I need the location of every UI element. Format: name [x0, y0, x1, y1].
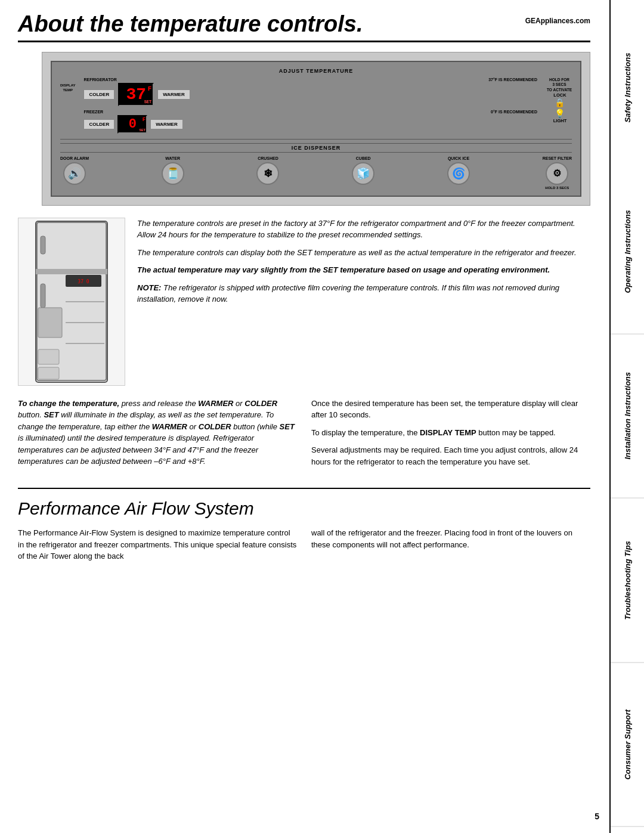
cubed-group: CUBED 🧊 — [352, 156, 374, 185]
water-group: WATER 🫙 — [162, 156, 184, 185]
water-label: WATER — [165, 156, 180, 160]
col-right-instructions: Once the desired temperature has been se… — [311, 398, 590, 474]
fridge-set-label: SET — [144, 100, 152, 104]
freezer-set-label: SET — [139, 128, 145, 132]
light-section: 💡 LIGHT — [553, 109, 567, 123]
svg-rect-4 — [41, 236, 45, 254]
body-text-content: The temperature controls are preset in t… — [137, 218, 590, 386]
svg-rect-1 — [37, 222, 106, 270]
temp-rows-wrapper: REFRIGERATOR 37°F IS RECOMMENDED COLDER … — [83, 78, 537, 135]
svg-rect-5 — [41, 284, 45, 308]
performance-section-title: Performance Air Flow System — [18, 498, 590, 519]
freezer-warmer-button[interactable]: WARMER — [150, 119, 182, 129]
control-panel: ADJUST TEMPERATURE DISPLAYTEMP REFRIGERA… — [51, 61, 581, 197]
desired-temp-para: Once the desired temperature has been se… — [311, 398, 590, 421]
content-with-image: 37 0 The temperature controls are preset… — [18, 218, 590, 386]
refrigerator-controls: COLDER 37 F SET WARMER — [83, 83, 537, 106]
change-temp-para: To change the temperature, press and rel… — [18, 398, 297, 467]
sidebar-section-consumer: Consumer Support — [611, 662, 644, 827]
cubed-button[interactable]: 🧊 — [352, 162, 374, 185]
page-number: 5 — [595, 812, 599, 821]
svg-text:37  0: 37 0 — [78, 279, 89, 284]
svg-rect-6 — [38, 308, 62, 337]
door-alarm-button[interactable]: 🔊 — [63, 162, 86, 185]
fridge-temp-display: 37 F SET — [118, 83, 154, 106]
body-para2: The temperature controls can display bot… — [137, 247, 590, 259]
freezer-controls: COLDER 0 F SET WARMER — [83, 115, 537, 134]
performance-col-left: The Performance Air-Flow System is desig… — [18, 527, 297, 562]
hold-3-secs-label: HOLD 3 SECS — [545, 186, 569, 190]
crushed-label: CRUSHED — [258, 156, 278, 160]
lock-label: LOCK — [553, 92, 566, 98]
light-label: LIGHT — [553, 118, 567, 123]
fridge-warmer-button[interactable]: WARMER — [157, 89, 190, 100]
fridge-illustration: 37 0 — [18, 218, 125, 386]
adjust-temp-label: ADJUST TEMPERATURE — [60, 68, 572, 74]
section-divider — [18, 488, 590, 489]
quick-ice-group: QUICK ICE 🌀 — [447, 156, 470, 185]
two-col-instructions: To change the temperature, press and rel… — [18, 398, 590, 474]
crushed-group: CRUSHED ❄ — [256, 156, 279, 185]
reset-filter-button[interactable]: ⚙ — [546, 162, 568, 185]
several-adjustments-para: Several adjustments may be required. Eac… — [311, 444, 590, 467]
light-icon: 💡 — [555, 109, 565, 118]
page-title: About the temperature controls. — [18, 12, 363, 37]
main-content: About the temperature controls. GEApplia… — [0, 0, 608, 580]
performance-two-col: The Performance Air-Flow System is desig… — [18, 527, 590, 562]
sidebar-section-operating: Operating Instructions — [611, 170, 644, 335]
note-text: The refrigerator is shipped with protect… — [137, 283, 559, 304]
sidebar-section-installation: Installation Instructions — [611, 334, 644, 498]
freezer-recommended: 0°F IS RECOMMENDED — [491, 110, 537, 114]
crushed-button[interactable]: ❄ — [256, 162, 279, 185]
quick-ice-button[interactable]: 🌀 — [447, 162, 470, 185]
performance-col-right: wall of the refrigerator and the freezer… — [311, 527, 590, 562]
display-temp-para: To display the temperature, the DISPLAY … — [311, 427, 590, 439]
freezer-label-row: FREEZER 0°F IS RECOMMENDED — [83, 110, 537, 114]
reset-filter-label: RESET FILTER — [543, 156, 572, 160]
sidebar: Safety Instructions Operating Instructio… — [609, 0, 644, 833]
body-para3: The actual temperature may vary slightly… — [137, 264, 590, 276]
reset-filter-group: RESET FILTER ⚙ HOLD 3 SECS — [543, 156, 572, 190]
hold-for-label: HOLD FOR3 SECSTO ACTIVATE — [542, 78, 572, 92]
body-para1: The temperature controls are preset in t… — [137, 218, 590, 241]
ice-dispenser-section: ICE DISPENSER DOOR ALARM 🔊 WATER 🫙 CRUSH… — [60, 143, 572, 190]
door-alarm-group: DOOR ALARM 🔊 — [60, 156, 89, 185]
col-left-instructions: To change the temperature, press and rel… — [18, 398, 297, 474]
ice-buttons-row: DOOR ALARM 🔊 WATER 🫙 CRUSHED ❄ — [60, 156, 572, 190]
fridge-f-label: F — [148, 85, 152, 92]
to-change-temp-label: To change the temperature, — [18, 399, 119, 408]
page-header: About the temperature controls. GEApplia… — [18, 12, 590, 42]
freezer-colder-button[interactable]: COLDER — [83, 119, 114, 129]
sidebar-section-troubleshooting: Troubleshooting Tips — [611, 498, 644, 663]
freezer-temp-display: 0 F SET — [117, 115, 147, 134]
door-alarm-label: DOOR ALARM — [60, 156, 89, 160]
note-label: NOTE: — [137, 283, 161, 292]
freezer-f-label: F — [143, 117, 145, 123]
water-button[interactable]: 🫙 — [162, 162, 184, 185]
fridge-recommended: 37°F IS RECOMMENDED — [488, 78, 537, 82]
display-temp-button[interactable]: DISPLAYTEMP — [60, 83, 75, 93]
cubed-label: CUBED — [356, 156, 371, 160]
body-note: NOTE: The refrigerator is shipped with p… — [137, 282, 590, 305]
svg-rect-11 — [38, 367, 59, 379]
refrigerator-label: REFRIGERATOR — [83, 78, 116, 82]
ice-dispenser-label: ICE DISPENSER — [60, 143, 572, 153]
svg-rect-3 — [36, 269, 107, 274]
panel-right-side: HOLD FOR3 SECSTO ACTIVATE LOCK 🔒 💡 LIGHT — [542, 78, 572, 123]
performance-left-text: The Performance Air-Flow System is desig… — [18, 527, 297, 562]
sidebar-section-safety: Safety Instructions — [611, 6, 644, 170]
website-label: GEAppliances.com — [525, 17, 590, 25]
refrigerator-label-row: REFRIGERATOR 37°F IS RECOMMENDED — [83, 78, 537, 82]
control-panel-container: ADJUST TEMPERATURE DISPLAYTEMP REFRIGERA… — [42, 52, 590, 206]
lock-icon: 🔒 — [555, 98, 565, 107]
freezer-label: FREEZER — [83, 110, 103, 114]
fridge-colder-button[interactable]: COLDER — [83, 89, 114, 100]
lock-section: LOCK 🔒 — [553, 92, 566, 109]
performance-right-text: wall of the refrigerator and the freezer… — [311, 527, 590, 550]
display-temp-bold: DISPLAY TEMP — [420, 428, 476, 437]
change-temp-text: press and release the WARMER or COLDER b… — [18, 399, 295, 466]
svg-rect-10 — [38, 349, 59, 364]
quick-ice-label: QUICK ICE — [448, 156, 469, 160]
